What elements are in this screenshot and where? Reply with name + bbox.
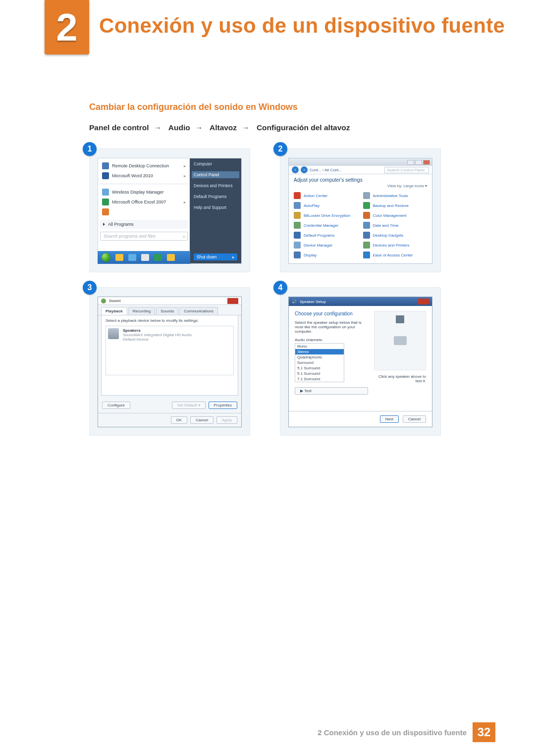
channels-list[interactable]: Mono Stereo Quadraphonic Surround 5.1 Su…	[295, 343, 344, 382]
tab-recording[interactable]: Recording	[128, 307, 155, 315]
chapter-title: Conexión y uso de un dispositivo fuente	[99, 14, 505, 38]
start-program[interactable]: Microsoft Word 2010▸	[100, 171, 188, 181]
cp-item[interactable]: Backup and Restore	[363, 202, 428, 209]
start-link[interactable]: Help and Support	[194, 205, 237, 210]
ease-of-access-icon	[363, 252, 370, 258]
start-search[interactable]: Search programs and files⌕	[100, 232, 188, 241]
start-program[interactable]: Wireless Display Manager	[100, 187, 188, 197]
minimize-button[interactable]	[407, 160, 414, 165]
cp-item[interactable]: BitLocker Drive Encryption	[294, 212, 358, 219]
tab-playback[interactable]: Playback	[101, 307, 127, 315]
cp-item[interactable]: AutoPlay	[294, 202, 358, 209]
set-default-button[interactable]: Set Default ▾	[172, 402, 206, 409]
panel-sound-dialog: 3 Sound Playback Recording Sounds Commun…	[89, 287, 250, 436]
start-orb-icon[interactable]	[102, 253, 110, 262]
taskbar	[98, 251, 190, 264]
start-link[interactable]: Computer	[194, 161, 237, 166]
shutdown-button[interactable]: Shut down▸	[194, 253, 237, 260]
tab-communications[interactable]: Communications	[179, 307, 218, 315]
cp-search[interactable]: Search Control Panel	[384, 167, 429, 173]
cp-item[interactable]: Credential Manager	[294, 222, 358, 229]
cancel-button[interactable]: Cancel	[403, 415, 426, 423]
viewby-menu[interactable]: View by: Large icons ▾	[289, 184, 432, 190]
autoplay-icon	[294, 202, 301, 209]
taskbar-icon[interactable]	[167, 254, 175, 261]
flag-icon	[294, 192, 301, 199]
wizard-tip: Click any speaker above to test it.	[374, 374, 426, 383]
channel-option[interactable]: Mono	[295, 344, 344, 349]
wizard-titlebar: 🔊 Speaker Setup	[289, 297, 432, 306]
start-link[interactable]: Default Programs	[194, 194, 237, 199]
path-step: Altavoz	[210, 123, 237, 132]
close-button[interactable]	[418, 299, 429, 304]
color-icon	[363, 212, 370, 219]
cp-item[interactable]: Device Manager	[294, 242, 358, 249]
channels-label: Audio channels:	[295, 338, 368, 342]
cp-item[interactable]: Action Center	[294, 192, 358, 199]
step-badge: 2	[273, 142, 287, 156]
apply-button[interactable]: Apply	[216, 416, 237, 424]
device-manager-icon	[294, 242, 301, 249]
start-program[interactable]: Remote Desktop Connection▸	[100, 161, 188, 171]
channel-option[interactable]: Stereo	[295, 349, 344, 354]
start-program[interactable]: Microsoft Office Excel 2007▸	[100, 197, 188, 207]
program-icon	[102, 172, 109, 179]
channel-option[interactable]: 5.1 Surround	[295, 365, 344, 371]
step-badge: 3	[83, 281, 97, 295]
section: Cambiar la configuración del sonido en W…	[89, 102, 481, 132]
properties-button[interactable]: Properties	[209, 402, 237, 409]
panel-control-panel: 2 ‹ › Cont... › All Cont... Search Contr…	[280, 149, 441, 272]
cp-item[interactable]: Default Programs	[294, 232, 358, 239]
taskbar-icon[interactable]	[128, 254, 136, 261]
nav-path: Panel de control→ Audio→ Altavoz→ Config…	[89, 123, 481, 132]
cp-item[interactable]: Administrative Tools	[363, 192, 428, 199]
cp-item[interactable]: Display	[294, 252, 358, 258]
all-programs[interactable]: All Programs	[100, 220, 188, 229]
device-item[interactable]: Speakers SoundMAX Integrated Digital HD …	[108, 328, 231, 342]
program-icon	[102, 199, 109, 205]
taskbar-icon[interactable]	[141, 254, 149, 261]
program-icon	[102, 189, 109, 196]
wizard-instruction: Select the speaker setup below that is m…	[295, 320, 368, 334]
channel-option[interactable]: 5.1 Surround	[295, 371, 344, 376]
control-panel-window: ‹ › Cont... › All Cont... Search Control…	[288, 158, 432, 264]
forward-button[interactable]: ›	[301, 166, 308, 173]
chapter-number: 2	[56, 5, 77, 50]
cp-item[interactable]: Color Management	[363, 212, 428, 219]
gadgets-icon	[363, 232, 370, 239]
taskbar-icon[interactable]	[154, 254, 162, 261]
dialog-titlebar: Sound	[98, 297, 241, 305]
ok-button[interactable]: OK	[171, 416, 188, 424]
breadcrumb[interactable]: Cont... › All Cont...	[310, 168, 382, 172]
maximize-button[interactable]	[415, 160, 422, 165]
start-link[interactable]: Devices and Printers	[194, 183, 237, 188]
right-speaker-icon[interactable]	[396, 315, 401, 323]
speaker-setup-wizard: 🔊 Speaker Setup Choose your configuratio…	[288, 297, 432, 427]
dialog-title: Sound	[109, 299, 120, 303]
close-button[interactable]	[423, 160, 430, 165]
taskbar-icon[interactable]	[115, 254, 123, 261]
channel-option[interactable]: Surround	[295, 360, 344, 365]
configure-button[interactable]: Configure	[102, 402, 130, 409]
chapter-badge: 2	[45, 0, 89, 54]
cp-item[interactable]: Devices and Printers	[363, 242, 428, 249]
start-link-control-panel[interactable]: Control Panel	[192, 171, 239, 178]
cp-item[interactable]: Date and Time	[363, 222, 428, 229]
test-button[interactable]: ▶ Test	[295, 387, 368, 395]
cp-item[interactable]: Ease of Access Center	[363, 252, 428, 258]
device-list[interactable]: Speakers SoundMAX Integrated Digital HD …	[106, 326, 234, 375]
cancel-button[interactable]: Cancel	[190, 416, 214, 424]
tab-sounds[interactable]: Sounds	[156, 307, 178, 315]
address-bar: ‹ › Cont... › All Cont... Search Control…	[289, 166, 432, 174]
close-button[interactable]	[227, 298, 238, 304]
wizard-title: Speaker Setup	[300, 300, 326, 304]
date-icon	[363, 222, 370, 229]
start-program[interactable]	[100, 207, 188, 217]
cp-item[interactable]: Desktop Gadgets	[363, 232, 428, 239]
next-button[interactable]: Next	[380, 415, 399, 423]
display-icon	[294, 252, 301, 258]
channel-option[interactable]: 7.1 Surround	[295, 376, 344, 382]
back-button[interactable]: ‹	[292, 166, 299, 173]
channel-option[interactable]: Quadraphonic	[295, 354, 344, 360]
caret-right-icon	[103, 223, 105, 226]
